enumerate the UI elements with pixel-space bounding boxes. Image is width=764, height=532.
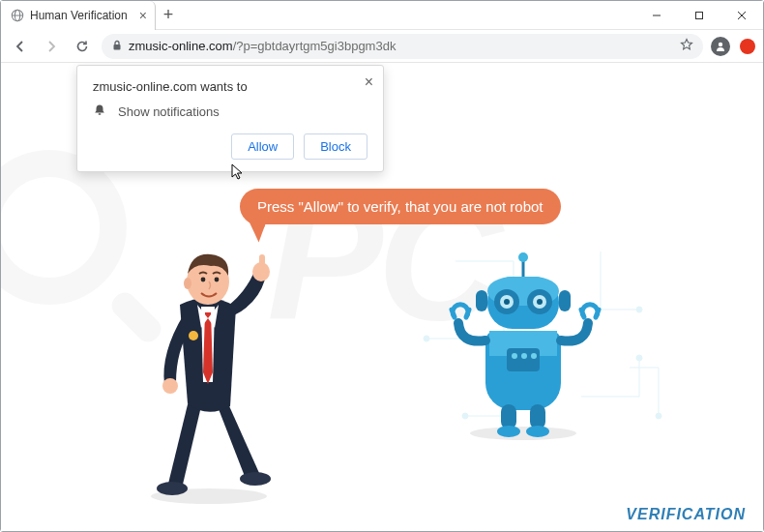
svg-point-17	[157, 482, 188, 495]
bookmark-star-icon[interactable]	[680, 38, 693, 55]
svg-rect-4	[696, 12, 703, 18]
reload-button[interactable]	[71, 35, 94, 58]
globe-icon	[11, 9, 24, 22]
toolbar: zmusic-online.com/?p=gbtdayrtgm5gi3bpgm3…	[1, 30, 763, 63]
svg-rect-39	[559, 290, 571, 311]
svg-rect-7	[114, 44, 121, 50]
close-icon[interactable]: ×	[365, 74, 373, 91]
svg-point-27	[470, 427, 576, 440]
svg-point-14	[656, 413, 661, 419]
forward-button[interactable]	[40, 35, 63, 58]
address-bar[interactable]: zmusic-online.com/?p=gbtdayrtgm5gi3bpgm3…	[102, 34, 703, 59]
minimize-button[interactable]	[635, 1, 678, 30]
svg-point-12	[636, 355, 642, 361]
allow-button[interactable]: Allow	[231, 133, 294, 160]
titlebar: Human Verification × +	[1, 1, 763, 30]
lock-icon	[111, 38, 123, 55]
man-character	[122, 237, 306, 508]
svg-rect-41	[507, 348, 540, 371]
svg-point-42	[512, 353, 517, 359]
svg-point-48	[526, 426, 549, 437]
svg-point-43	[521, 353, 527, 359]
robot-character	[431, 251, 615, 445]
window-controls	[635, 1, 763, 30]
svg-point-24	[184, 278, 191, 289]
svg-point-10	[424, 336, 429, 341]
new-tab-button[interactable]: +	[156, 5, 181, 25]
browser-tab[interactable]: Human Verification ×	[1, 1, 156, 30]
svg-rect-22	[259, 254, 265, 270]
svg-point-26	[215, 278, 220, 282]
extension-area	[711, 37, 755, 56]
svg-point-37	[537, 299, 543, 305]
browser-window: Human Verification × + zmusic-online.com…	[0, 0, 764, 532]
bell-icon	[93, 103, 106, 120]
block-button[interactable]: Block	[304, 133, 367, 160]
url-text: zmusic-online.com/?p=gbtdayrtgm5gi3bpgm3…	[129, 39, 396, 53]
svg-point-47	[497, 426, 520, 437]
svg-point-36	[504, 299, 510, 305]
svg-point-18	[240, 472, 271, 486]
svg-point-20	[162, 378, 178, 394]
permission-label: Show notifications	[118, 104, 220, 119]
svg-rect-38	[476, 290, 487, 311]
footer-verification-label: VERIFICATION	[626, 506, 746, 523]
speech-bubble: Press "Allow" to verify, that you are no…	[240, 189, 561, 224]
back-button[interactable]	[9, 35, 32, 58]
svg-point-11	[636, 307, 642, 312]
mouse-cursor-icon	[231, 163, 245, 181]
svg-point-19	[189, 331, 198, 340]
svg-point-29	[518, 252, 528, 262]
extension-icon[interactable]	[740, 39, 755, 54]
tab-title: Human Verification	[30, 9, 133, 22]
close-window-button[interactable]	[720, 1, 763, 30]
speech-text: Press "Allow" to verify, that you are no…	[257, 198, 544, 215]
permission-origin-text: zmusic-online.com wants to	[93, 79, 367, 94]
maximize-button[interactable]	[678, 1, 720, 30]
profile-avatar-icon[interactable]	[711, 37, 730, 56]
svg-rect-15	[99, 113, 102, 115]
close-tab-icon[interactable]: ×	[139, 8, 147, 23]
notification-permission-prompt: × zmusic-online.com wants to Show notifi…	[76, 65, 384, 172]
svg-point-8	[719, 42, 722, 45]
page-viewport: PC × zmusic-online.com wants to Show not…	[1, 63, 763, 531]
svg-point-44	[531, 353, 537, 359]
svg-point-25	[201, 278, 206, 282]
permission-item: Show notifications	[93, 103, 367, 120]
